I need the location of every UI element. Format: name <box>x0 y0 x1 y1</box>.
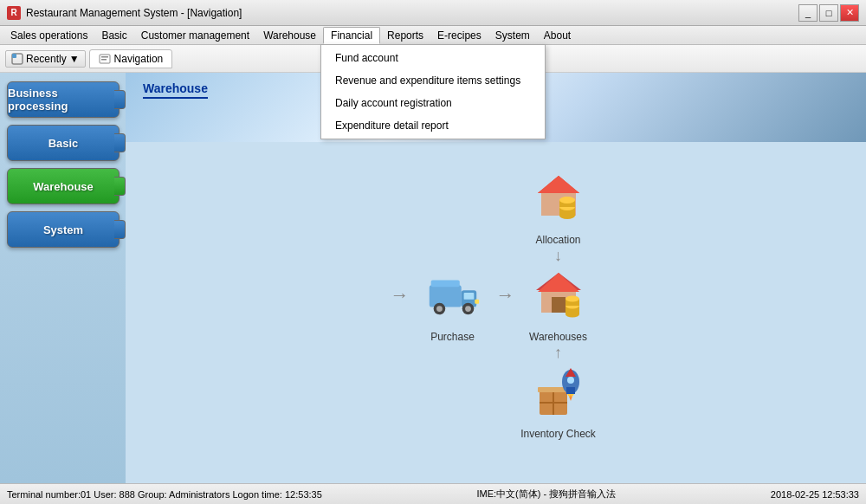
svg-marker-18 <box>538 176 579 193</box>
menu-basic[interactable]: Basic <box>94 28 133 43</box>
svg-rect-39 <box>566 387 575 394</box>
sidebar-system[interactable]: System <box>7 211 120 248</box>
recently-label: Recently <box>26 53 67 65</box>
sidebar-warehouse[interactable]: Warehouse <box>7 168 120 204</box>
recently-button[interactable]: Recently ▼ <box>5 50 86 68</box>
app-icon: R <box>7 6 21 20</box>
allocation-node[interactable]: Allocation <box>515 168 602 246</box>
purchase-icon <box>423 265 483 326</box>
nav-label: Navigation <box>114 53 164 65</box>
svg-point-32 <box>565 296 579 302</box>
titlebar-title: Restaurant Management System - [Navigati… <box>26 7 242 19</box>
menu-about[interactable]: About <box>537 28 578 43</box>
menu-customer-management[interactable]: Customer management <box>134 28 256 43</box>
svg-rect-3 <box>101 56 108 58</box>
menu-system[interactable]: System <box>488 28 537 43</box>
warehouses-label: Warehouses <box>529 331 587 343</box>
menu-sales-operations[interactable]: Sales operations <box>3 28 94 43</box>
svg-point-10 <box>436 306 443 312</box>
svg-marker-26 <box>538 273 579 292</box>
purchase-label: Purchase <box>430 331 475 343</box>
sidebar-basic[interactable]: Basic <box>7 125 120 161</box>
svg-point-40 <box>567 377 574 384</box>
navigation-tab[interactable]: Navigation <box>89 49 173 68</box>
inventory-check-svg <box>529 363 588 422</box>
titlebar: R Restaurant Management System - [Naviga… <box>0 0 866 26</box>
truck-svg <box>423 269 483 321</box>
allocation-label: Allocation <box>535 234 580 246</box>
titlebar-controls: _ □ ✕ <box>798 4 859 22</box>
close-button[interactable]: ✕ <box>840 4 859 22</box>
menu-warehouse[interactable]: Warehouse <box>256 28 323 43</box>
maximize-button[interactable]: □ <box>819 4 838 22</box>
allocation-svg <box>529 169 588 228</box>
svg-rect-1 <box>12 54 16 58</box>
svg-rect-13 <box>475 300 479 304</box>
status-middle: IME:中文(简体) - 搜狗拼音输入法 <box>476 488 616 501</box>
menubar: Sales operations Basic Customer manageme… <box>0 26 866 45</box>
inventory-check-icon <box>528 362 589 423</box>
svg-rect-5 <box>429 285 461 307</box>
up-arrow-1: ↑ <box>554 345 562 360</box>
svg-rect-4 <box>101 59 107 61</box>
sidebar: Business processing Basic Warehouse Syst… <box>0 73 126 483</box>
dropdown-daily-account[interactable]: Daily account registration <box>321 92 545 114</box>
financial-dropdown: Fund account Revenue and expenditure ite… <box>320 44 546 139</box>
menu-financial[interactable]: Financial <box>323 27 380 44</box>
titlebar-left: R Restaurant Management System - [Naviga… <box>7 6 242 20</box>
right-column: Allocation ↓ <box>515 168 602 440</box>
inventory-check-node[interactable]: Inventory Check <box>515 362 602 440</box>
svg-rect-7 <box>463 293 474 300</box>
status-left: Terminal number:01 User: 888 Group: Admi… <box>7 489 322 500</box>
workflow-diagram: → <box>143 168 849 440</box>
svg-rect-8 <box>430 281 459 288</box>
inventory-check-label: Inventory Check <box>520 428 596 440</box>
down-arrow-1: ↓ <box>554 248 562 263</box>
nav-icon <box>99 53 111 65</box>
recently-arrow: ▼ <box>69 53 80 65</box>
middle-arrow: → <box>496 284 515 307</box>
sidebar-business-processing[interactable]: Business processing <box>7 81 120 118</box>
allocation-icon <box>528 168 589 229</box>
dropdown-fund-account[interactable]: Fund account <box>321 47 545 69</box>
status-right: 2018-02-25 12:53:33 <box>771 489 859 500</box>
dropdown-revenue-expenditure[interactable]: Revenue and expenditure items settings <box>321 69 545 92</box>
warehouses-svg <box>529 266 588 325</box>
svg-point-12 <box>465 306 471 312</box>
statusbar: Terminal number:01 User: 888 Group: Admi… <box>0 483 866 504</box>
svg-point-23 <box>559 197 575 204</box>
clock-icon <box>11 53 23 65</box>
warehouses-icon <box>528 265 589 326</box>
section-title: Warehouse <box>143 81 208 99</box>
menu-erecipes[interactable]: E-recipes <box>430 28 488 43</box>
menu-reports[interactable]: Reports <box>380 28 430 43</box>
purchase-node[interactable]: Purchase <box>410 265 496 343</box>
dropdown-expenditure-detail[interactable]: Expenditure detail report <box>321 114 545 137</box>
svg-rect-27 <box>552 297 565 313</box>
warehouses-node[interactable]: Warehouses <box>515 265 602 343</box>
left-arrow: → <box>391 284 410 307</box>
minimize-button[interactable]: _ <box>798 4 818 22</box>
